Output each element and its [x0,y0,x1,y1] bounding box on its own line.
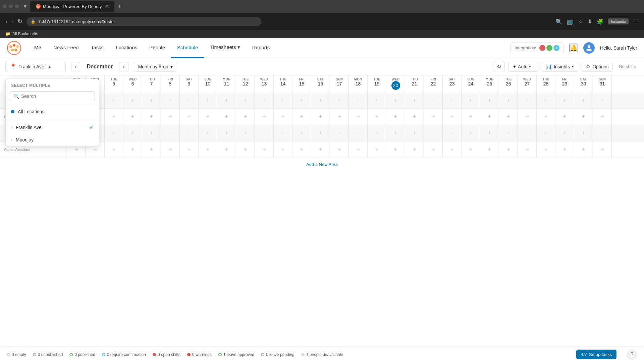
dropdown-item-moodjoy[interactable]: › Moodjoy [6,134,99,146]
insights-button[interactable]: 📊 Insights ▾ [542,62,578,72]
bookmark-button[interactable]: ☆ [578,18,583,25]
nav-me[interactable]: Me [28,38,47,58]
admin-area-cell-30[interactable]: + [574,125,593,141]
time-off-cell-31[interactable]: + [593,92,612,108]
gm-cell-12[interactable]: + [236,109,255,125]
gm-cell-8[interactable]: + [161,109,180,125]
time-off-cell-6[interactable]: + [123,92,142,108]
aa-cell-15[interactable]: + [292,141,311,158]
time-off-cell-15[interactable]: + [292,92,311,108]
time-off-cell-9[interactable]: + [180,92,199,108]
aa-cell-14[interactable]: + [274,141,292,158]
aa-cell-20[interactable]: + [386,141,405,158]
admin-area-cell-15[interactable]: + [292,125,311,141]
admin-area-cell-25[interactable]: + [480,125,499,141]
time-off-cell-29[interactable]: + [555,92,574,108]
admin-area-cell-13[interactable]: + [255,125,274,141]
forward-button[interactable]: › [11,18,13,25]
time-off-cell-10[interactable]: + [199,92,217,108]
admin-area-cell-26[interactable]: + [499,125,518,141]
time-off-cell-17[interactable]: + [330,92,349,108]
aa-cell-23[interactable]: + [443,141,462,158]
gm-cell-6[interactable]: + [123,109,142,125]
dropdown-item-franklin-ave[interactable]: › Franklin Ave ✓ [6,121,99,134]
time-off-cell-20[interactable]: + [386,92,405,108]
new-tab-button[interactable]: + [116,3,123,10]
aa-cell-19[interactable]: + [368,141,386,158]
gm-cell-20[interactable]: + [386,109,405,125]
nav-newsfeed[interactable]: News Feed [47,38,85,58]
time-off-cell-26[interactable]: + [499,92,518,108]
time-off-cell-7[interactable]: + [142,92,161,108]
admin-area-cell-14[interactable]: + [274,125,292,141]
auto-button[interactable]: ✦ Auto ▾ [508,62,538,72]
aa-cell-18[interactable]: + [349,141,368,158]
gm-cell-11[interactable]: + [217,109,236,125]
prev-month-button[interactable]: ‹ [71,62,80,71]
gm-cell-16[interactable]: + [311,109,330,125]
admin-area-cell-11[interactable]: + [217,125,236,141]
aa-cell-8[interactable]: + [161,141,180,158]
admin-area-cell-27[interactable]: + [518,125,537,141]
aa-cell-24[interactable]: + [462,141,480,158]
notifications-button[interactable]: 🔔 [569,44,578,52]
time-off-cell-12[interactable]: + [236,92,255,108]
admin-area-cell-23[interactable]: + [443,125,462,141]
aa-cell-12[interactable]: + [236,141,255,158]
admin-area-cell-7[interactable]: + [142,125,161,141]
window-close-btn[interactable] [15,4,19,8]
add-area-button[interactable]: Add a New Area [0,158,644,171]
time-off-cell-30[interactable]: + [574,92,593,108]
back-button[interactable]: ‹ [5,18,7,25]
admin-area-cell-29[interactable]: + [555,125,574,141]
gm-cell-9[interactable]: + [180,109,199,125]
aa-cell-26[interactable]: + [499,141,518,158]
admin-area-cell-20[interactable]: + [386,125,405,141]
gm-cell-7[interactable]: + [142,109,161,125]
admin-area-cell-12[interactable]: + [236,125,255,141]
options-button[interactable]: ⚙ Options [582,62,613,72]
gm-cell-26[interactable]: + [499,109,518,125]
nav-reports[interactable]: Reports [246,38,276,58]
download-button[interactable]: ⬇ [588,18,592,25]
reload-button[interactable]: ↻ [17,18,22,25]
gm-cell-13[interactable]: + [255,109,274,125]
tab-close-icon[interactable]: ✕ [105,4,109,9]
nav-timesheets[interactable]: Timesheets ▾ [204,38,246,58]
admin-area-cell-10[interactable]: + [199,125,217,141]
gm-cell-22[interactable]: + [424,109,443,125]
aa-cell-7[interactable]: + [142,141,161,158]
location-selector[interactable]: 📍 Franklin Ave ▲ [5,61,66,72]
more-menu-button[interactable]: ⋮ [633,18,639,25]
aa-cell-31[interactable]: + [593,141,612,158]
admin-area-cell-21[interactable]: + [405,125,424,141]
admin-area-cell-6[interactable]: + [123,125,142,141]
admin-area-cell-19[interactable]: + [368,125,386,141]
gm-cell-25[interactable]: + [480,109,499,125]
time-off-cell-16[interactable]: + [311,92,330,108]
gm-cell-10[interactable]: + [199,109,217,125]
time-off-cell-14[interactable]: + [274,92,292,108]
aa-cell-5[interactable]: + [105,141,123,158]
dropdown-item-all-locations[interactable]: All Locations [6,106,99,118]
refresh-button[interactable]: ↻ [493,61,505,72]
gm-cell-14[interactable]: + [274,109,292,125]
dropdown-search-input[interactable] [21,94,91,99]
help-button[interactable]: ? [627,349,637,360]
time-off-cell-13[interactable]: + [255,92,274,108]
gm-cell-21[interactable]: + [405,109,424,125]
time-off-cell-23[interactable]: + [443,92,462,108]
window-minimize[interactable] [3,4,7,8]
aa-cell-6[interactable]: + [123,141,142,158]
view-mode-selector[interactable]: Month by Area ▾ [134,62,177,72]
time-off-cell-28[interactable]: + [537,92,555,108]
aa-cell-11[interactable]: + [217,141,236,158]
admin-area-cell-31[interactable]: + [593,125,612,141]
tab-list-arrow[interactable]: ▼ [23,4,28,9]
nav-locations[interactable]: Locations [110,38,143,58]
cast-button[interactable]: 📺 [567,18,574,25]
aa-cell-28[interactable]: + [537,141,555,158]
gm-cell-28[interactable]: + [537,109,555,125]
aa-cell-29[interactable]: + [555,141,574,158]
aa-cell-10[interactable]: + [199,141,217,158]
